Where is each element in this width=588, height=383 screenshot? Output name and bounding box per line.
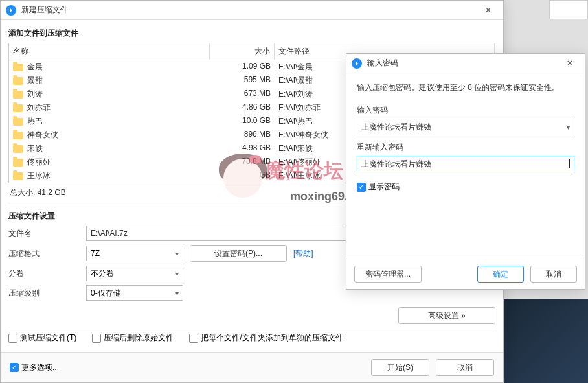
test-archive-checkbox[interactable]: 测试压缩文件(T) (8, 332, 76, 343)
pw-value-1: 上魔性论坛看片赚钱 (361, 122, 431, 133)
help-link[interactable]: [帮助] (293, 248, 313, 259)
checkbox-box (357, 183, 366, 192)
bg-dark (504, 299, 588, 383)
folder-icon (13, 132, 23, 139)
checkbox-box (10, 363, 19, 372)
separate-archives-label: 把每个文件/文件夹添加到单独的压缩文件 (201, 332, 343, 343)
chevron-down-icon: ▾ (175, 250, 179, 257)
checkbox-box (189, 334, 198, 343)
format-select[interactable]: 7Z ▾ (86, 246, 183, 261)
password-dialog: 输入密码 × 输入压缩包密码。建议使用至少 8 位的密码来保证安全性。 输入密码… (346, 53, 585, 290)
main-titlebar: 新建压缩文件 × (1, 1, 503, 20)
level-select[interactable]: 0-仅存储 ▾ (86, 285, 183, 301)
level-label: 压缩级别 (8, 288, 80, 299)
pw-content: 输入压缩包密码。建议使用至少 8 位的密码来保证安全性。 输入密码 上魔性论坛看… (346, 73, 585, 202)
split-value: 不分卷 (91, 268, 114, 279)
password-input-1[interactable]: 上魔性论坛看片赚钱 ▾ (357, 119, 574, 135)
password-input-2[interactable]: 上魔性论坛看片赚钱 (357, 156, 574, 172)
options-row: 测试压缩文件(T) 压缩后删除原始文件 把每个文件/文件夹添加到单独的压缩文件 (8, 332, 495, 343)
folder-icon (13, 118, 23, 126)
col-name[interactable]: 名称 (9, 43, 210, 60)
add-files-heading: 添加文件到压缩文件 (8, 28, 495, 39)
advanced-row: 高级设置 » (8, 307, 495, 324)
chevron-down-icon: ▾ (175, 290, 179, 297)
advanced-settings-button[interactable]: 高级设置 » (398, 307, 495, 324)
checkbox-box (92, 334, 101, 343)
show-password-checkbox[interactable]: 显示密码 (357, 181, 400, 192)
password-manager-button[interactable]: 密码管理器... (354, 266, 422, 283)
pw-close-icon[interactable]: × (560, 58, 580, 69)
split-label: 分卷 (8, 268, 80, 279)
pw-title: 输入密码 (367, 58, 560, 69)
pw-hint: 输入压缩包密码。建议使用至少 8 位的密码来保证安全性。 (357, 82, 574, 93)
pw-ok-button[interactable]: 确定 (477, 266, 524, 283)
split-select[interactable]: 不分卷 ▾ (86, 266, 183, 281)
separate-archives-checkbox[interactable]: 把每个文件/文件夹添加到单独的压缩文件 (189, 332, 343, 343)
start-button[interactable]: 开始(S) (371, 359, 429, 376)
chevron-down-icon: ▾ (175, 270, 179, 277)
level-value: 0-仅存储 (91, 288, 121, 299)
folder-icon (13, 77, 23, 85)
delete-after-label: 压缩后删除原始文件 (104, 332, 174, 343)
format-label: 压缩格式 (8, 248, 80, 259)
pw-titlebar: 输入密码 × (346, 54, 585, 73)
folder-icon (13, 104, 23, 112)
bg-tab (549, 0, 588, 19)
separator (8, 327, 495, 327)
pw-label-1: 输入密码 (357, 105, 574, 116)
show-password-label: 显示密码 (368, 181, 400, 192)
folder-icon (13, 145, 23, 153)
main-title: 新建压缩文件 (21, 5, 479, 16)
chevron-down-icon: ▾ (567, 124, 570, 131)
main-cancel-button[interactable]: 取消 (436, 359, 494, 376)
folder-icon (13, 91, 23, 99)
app-icon (6, 5, 16, 16)
delete-after-checkbox[interactable]: 压缩后删除原始文件 (92, 332, 174, 343)
more-options-label: 更多选项... (21, 362, 59, 373)
folder-icon (13, 159, 23, 167)
test-archive-label: 测试压缩文件(T) (20, 332, 76, 343)
filename-label: 文件名 (8, 228, 80, 239)
pw-label-2: 重新输入密码 (357, 142, 574, 153)
col-size[interactable]: 大小 (210, 43, 275, 60)
format-value: 7Z (91, 249, 100, 258)
more-options-checkbox[interactable]: 更多选项... (10, 362, 59, 373)
app-icon (352, 58, 362, 69)
folder-icon (13, 172, 23, 180)
text-cursor (569, 159, 570, 168)
pw-value-2: 上魔性论坛看片赚钱 (361, 159, 431, 170)
checkbox-box (8, 334, 17, 343)
folder-icon (13, 64, 23, 71)
set-password-button[interactable]: 设置密码(P)... (190, 245, 287, 262)
pw-bottom-bar: 密码管理器... 确定 取消 (346, 259, 585, 289)
main-close-icon[interactable]: × (479, 5, 498, 16)
pw-cancel-button[interactable]: 取消 (530, 266, 577, 283)
main-bottom-bar: 更多选项... 开始(S) 取消 (1, 352, 503, 382)
